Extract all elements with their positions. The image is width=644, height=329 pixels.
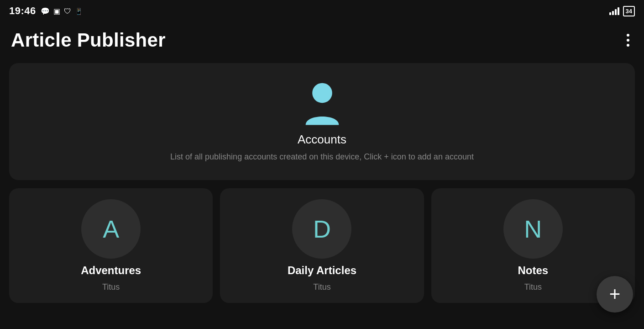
account-user-daily-articles: Titus: [313, 282, 330, 292]
signal-bar-4: [618, 7, 619, 15]
account-name-notes: Notes: [518, 264, 548, 277]
chat-icon: [41, 6, 50, 16]
account-avatar-notes: N: [503, 199, 563, 259]
person-icon: [299, 81, 345, 127]
status-icons: [41, 6, 83, 16]
menu-dot-1: [627, 34, 629, 37]
main-content: Accounts List of all publishing accounts…: [0, 58, 644, 308]
svg-point-0: [312, 83, 332, 103]
accounts-subtitle: List of all publishing accounts created …: [170, 152, 474, 162]
account-card-adventures[interactable]: A Adventures Titus: [9, 188, 213, 303]
account-user-notes: Titus: [524, 282, 542, 292]
account-avatar-daily-articles: D: [292, 199, 351, 259]
app-title: Article Publisher: [11, 29, 166, 51]
phone-icon: [75, 6, 83, 16]
accounts-grid: A Adventures Titus D Daily Articles Titu…: [9, 188, 635, 303]
add-account-fab[interactable]: +: [597, 276, 633, 313]
sim-icon: [53, 6, 60, 16]
menu-dot-3: [627, 44, 629, 47]
account-name-adventures: Adventures: [81, 264, 141, 277]
more-options-button[interactable]: [623, 30, 633, 50]
signal-bars: [609, 7, 619, 15]
status-right: 34: [609, 6, 635, 16]
status-time: 19:46: [9, 5, 36, 17]
battery-level: 34: [626, 8, 632, 15]
account-user-adventures: Titus: [102, 282, 120, 292]
signal-bar-3: [615, 9, 617, 15]
status-left: 19:46: [9, 5, 83, 17]
signal-bar-2: [612, 11, 614, 15]
battery-indicator: 34: [623, 6, 635, 16]
fab-plus-icon: +: [609, 285, 621, 304]
menu-dot-2: [627, 39, 629, 42]
account-card-daily-articles[interactable]: D Daily Articles Titus: [220, 188, 424, 303]
account-avatar-adventures: A: [81, 199, 141, 259]
signal-bar-1: [609, 12, 611, 15]
status-bar: 19:46 34: [0, 0, 644, 22]
shield-icon: [64, 6, 71, 16]
accounts-title: Accounts: [298, 133, 346, 147]
accounts-card[interactable]: Accounts List of all publishing accounts…: [9, 63, 635, 180]
account-name-daily-articles: Daily Articles: [288, 264, 356, 277]
app-bar: Article Publisher: [0, 22, 644, 58]
